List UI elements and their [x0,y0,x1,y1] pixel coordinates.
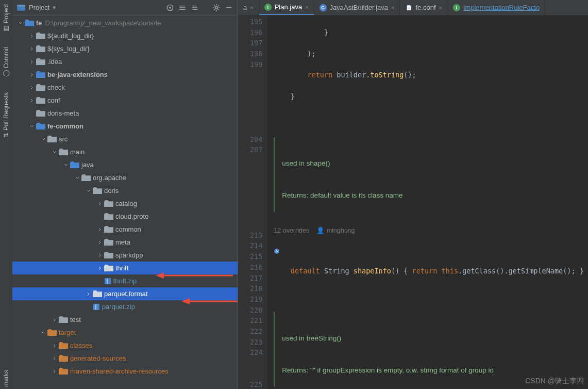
tree-item-parquet[interactable]: parquet.format [12,287,238,300]
svg-rect-6 [93,304,99,310]
tree-item[interactable]: thrift.zip [12,274,238,287]
tab[interactable]: a× [238,0,259,15]
hide-icon[interactable] [224,3,233,12]
archive-icon [104,278,111,285]
tree-item[interactable]: ·cloud.proto [12,210,238,223]
tab[interactable]: 📄fe.conf× [400,0,447,15]
overrides-hint[interactable]: 12 overrides👤 minghong [274,225,588,236]
code-area[interactable]: } ); return builder.toString(); } used i… [267,15,588,389]
package-icon [93,187,102,194]
svg-point-4 [215,6,218,9]
editor: a× IPlan.java× CJavaAstBuilder.java× 📄fe… [238,0,588,389]
package-icon [104,200,113,207]
editor-tabs: a× IPlan.java× CJavaAstBuilder.java× 📄fe… [238,0,588,15]
tree-item[interactable]: main [12,145,238,158]
tree-item[interactable]: ${audit_log_dir} [12,29,238,42]
package-icon [104,226,113,233]
tree-item[interactable]: test [12,313,238,326]
package-icon [93,290,102,298]
rail-pull-requests[interactable]: ⇅ Pull Requests [0,90,12,140]
module-icon [36,71,45,78]
doc-hint: used in treeString() Returns: "" if grou… [274,312,588,386]
expand-all-icon[interactable] [178,3,187,12]
project-icon [16,3,26,12]
line-gutter[interactable]: 1951961971981992042072132142152162172182… [238,15,267,389]
project-tree[interactable]: feD:\program\jz_new_workspace\doris\fe $… [12,15,238,389]
package-icon [104,252,113,259]
tree-item[interactable]: src [12,133,238,145]
folder-icon [47,136,57,143]
tree-item[interactable]: target [12,326,238,339]
excluded-folder-icon [59,368,68,375]
tab[interactable]: IImplementationRuleFacto [448,0,545,15]
tree-item[interactable]: parquet.zip [12,300,238,313]
folder-icon [59,316,68,323]
tree-item[interactable]: fe-common [12,120,238,133]
excluded-folder-icon [59,355,68,362]
folder-icon [36,33,45,40]
tree-item[interactable]: classes [12,339,238,352]
tree-item[interactable]: ·doris-meta [12,107,238,120]
tree-item[interactable]: .idea [12,55,238,68]
file-icon: 📄 [405,4,412,11]
package-icon [104,239,113,246]
tree-item[interactable]: sparkdpp [12,249,238,262]
tree-item[interactable]: java [12,158,238,171]
override-marker[interactable] [274,248,588,254]
project-panel: Project ▾ feD:\program\jz_new_workspace\… [12,0,238,389]
package-icon [81,174,91,182]
tree-item[interactable]: maven-shared-archive-resources [12,365,238,378]
rail-bookmarks[interactable]: marks [0,368,12,389]
select-opened-icon[interactable] [165,3,175,12]
tree-item[interactable]: generated-sources [12,352,238,365]
tree-item[interactable]: catalog [12,197,238,210]
folder-icon [36,58,45,66]
svg-rect-5 [105,278,111,284]
class-icon: C [320,4,327,11]
close-icon[interactable]: × [250,5,253,11]
watermark: CSDN @骑士李四 [525,377,584,386]
excluded-folder-icon [47,329,57,336]
close-icon[interactable]: × [305,4,308,10]
package-icon [104,265,113,272]
tab[interactable]: CJavaAstBuilder.java× [314,0,400,15]
folder-icon [36,97,45,104]
file-icon [104,213,113,220]
module-icon [36,123,45,130]
close-icon[interactable]: × [391,5,394,11]
folder-icon [36,110,45,117]
settings-icon[interactable] [212,3,221,12]
tree-item[interactable]: common [12,223,238,236]
panel-title[interactable]: Project ▾ [29,4,162,11]
excluded-folder-icon [59,342,68,349]
panel-header: Project ▾ [12,0,238,15]
interface-icon: I [453,4,460,11]
interface-icon: I [264,4,272,11]
svg-rect-1 [17,5,25,6]
tree-item[interactable]: org.apache [12,171,238,184]
archive-icon [93,303,100,311]
tree-item[interactable]: conf [12,94,238,107]
doc-hint: used in shape() Returns: default value i… [274,137,588,212]
rail-commit[interactable]: ◯ Commit [0,45,12,79]
tree-item[interactable]: ${sys_log_dir} [12,42,238,55]
collapse-all-icon[interactable] [190,3,199,12]
rail-project[interactable]: ▤ Project [0,2,12,35]
tree-root[interactable]: feD:\program\jz_new_workspace\doris\fe [12,17,238,29]
tree-item[interactable]: check [12,81,238,94]
tree-item[interactable]: meta [12,236,238,249]
tab-plan[interactable]: IPlan.java× [259,0,314,15]
folder-icon [36,45,45,53]
module-icon [25,20,34,27]
tree-item[interactable]: be-java-extensions [12,68,238,81]
svg-point-3 [169,7,171,8]
folder-icon [36,84,45,91]
folder-icon [59,149,68,156]
source-folder-icon [70,161,79,169]
tree-item[interactable]: doris [12,184,238,197]
close-icon[interactable]: × [439,5,442,11]
tree-item-thrift[interactable]: thrift [12,262,238,274]
